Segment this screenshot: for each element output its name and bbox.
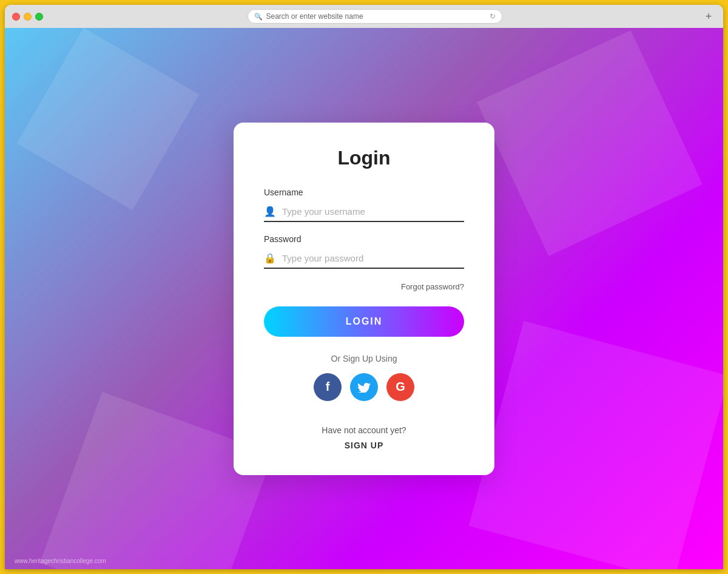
forgot-password-section: Forgot password? <box>264 281 464 292</box>
password-group: Password 🔒 <box>264 234 464 269</box>
maximize-button[interactable] <box>35 13 43 21</box>
bg-decoration-1 <box>17 28 200 210</box>
username-input-wrapper: 👤 <box>264 202 464 222</box>
username-group: Username 👤 <box>264 187 464 222</box>
minimize-button[interactable] <box>24 13 32 21</box>
signup-section: Have not account yet? SIGN UP <box>264 425 464 451</box>
social-section: Or Sign Up Using f G <box>264 354 464 401</box>
address-bar: 🔍 Search or enter website name ↻ <box>53 9 696 24</box>
browser-window: 🔍 Search or enter website name ↻ + Login… <box>5 5 723 569</box>
traffic-lights <box>12 13 43 21</box>
close-button[interactable] <box>12 13 20 21</box>
bg-decoration-3 <box>477 30 703 256</box>
google-button[interactable]: G <box>386 373 414 401</box>
twitter-button[interactable] <box>350 373 378 401</box>
bg-decoration-4 <box>469 321 723 569</box>
facebook-button[interactable]: f <box>314 373 342 401</box>
password-label: Password <box>264 234 464 244</box>
browser-content: Login Username 👤 Password 🔒 Forgot passw… <box>5 28 723 569</box>
browser-titlebar: 🔍 Search or enter website name ↻ + <box>5 5 723 28</box>
login-card: Login Username 👤 Password 🔒 Forgot passw… <box>234 123 494 475</box>
login-button[interactable]: LOGIN <box>264 306 464 337</box>
lock-icon: 🔒 <box>264 252 276 264</box>
username-label: Username <box>264 187 464 197</box>
social-icons-group: f G <box>264 373 464 401</box>
password-input[interactable] <box>282 253 464 263</box>
address-text: Search or enter website name <box>266 12 486 21</box>
username-input[interactable] <box>282 206 464 217</box>
forgot-password-link[interactable]: Forgot password? <box>401 282 464 291</box>
login-title: Login <box>264 147 464 169</box>
address-input-wrapper[interactable]: 🔍 Search or enter website name ↻ <box>248 9 502 24</box>
or-sign-up-text: Or Sign Up Using <box>264 354 464 363</box>
signup-link[interactable]: SIGN UP <box>345 441 384 450</box>
password-input-wrapper: 🔒 <box>264 249 464 269</box>
footer-url: www.heritagechristiancollege.com <box>15 558 106 564</box>
user-icon: 👤 <box>264 206 276 217</box>
refresh-icon[interactable]: ↻ <box>490 12 496 21</box>
have-account-text: Have not account yet? <box>264 425 464 435</box>
new-tab-button[interactable]: + <box>701 9 716 24</box>
twitter-icon <box>357 382 371 393</box>
search-icon: 🔍 <box>254 13 263 21</box>
